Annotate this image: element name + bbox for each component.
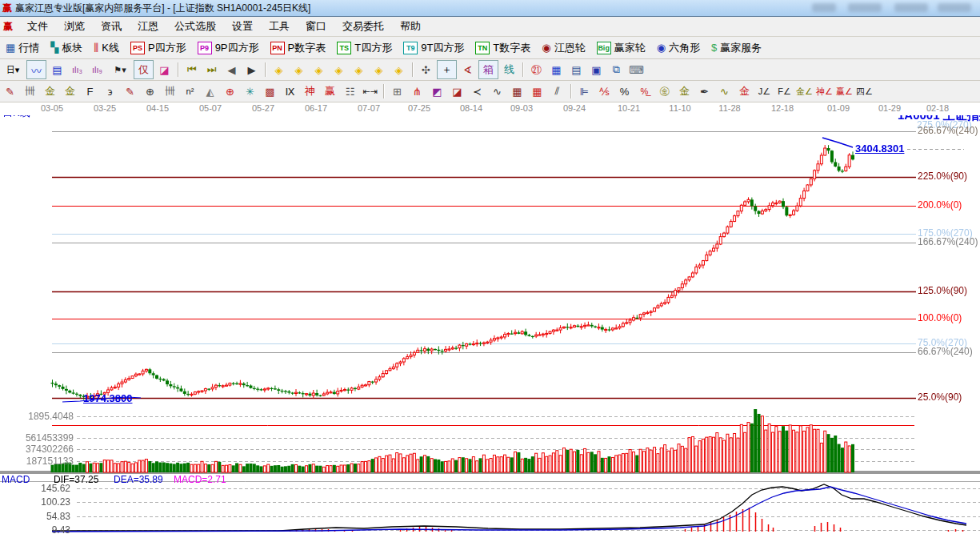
circle-ruler-icon[interactable]: ⊕ bbox=[141, 82, 159, 100]
zigzag-icon[interactable]: ∿ bbox=[488, 82, 506, 100]
menu-item-4[interactable]: 公式选股 bbox=[166, 18, 224, 34]
ruler-icon[interactable]: 卌 bbox=[21, 82, 39, 100]
ruler-123-icon[interactable]: ☷ bbox=[341, 82, 359, 100]
gann-wheel-button[interactable]: ◉江恩轮 bbox=[536, 39, 590, 57]
chart-style-icon[interactable]: ◪ bbox=[155, 61, 174, 78]
percent-line-icon[interactable]: %̲ bbox=[635, 82, 654, 100]
mirror-angle-icon[interactable]: ◭ bbox=[201, 82, 219, 100]
menu-item-2[interactable]: 资讯 bbox=[93, 18, 130, 34]
menu-item-7[interactable]: 窗口 bbox=[298, 18, 334, 34]
gold-circle-icon[interactable]: ㊎ bbox=[655, 82, 674, 100]
gann-diamond-6[interactable]: ◈ bbox=[370, 61, 388, 78]
angle-measure-tool[interactable]: ∢ bbox=[458, 61, 477, 78]
pen2-tool-icon[interactable]: ✎ bbox=[121, 82, 139, 100]
menu-item-3[interactable]: 江恩 bbox=[130, 18, 166, 34]
gold-ruler-icon[interactable]: 金 bbox=[41, 82, 59, 100]
flag-dropdown[interactable]: ⚑▾ bbox=[108, 61, 132, 78]
gold-line-icon[interactable]: 金 bbox=[675, 82, 694, 100]
ruler2-icon[interactable]: 卌 bbox=[161, 82, 179, 100]
star-web-icon[interactable]: ✳ bbox=[241, 82, 259, 100]
grid-red-icon[interactable]: ▦ bbox=[508, 82, 526, 100]
si-angle-icon[interactable]: 四∠ bbox=[855, 82, 874, 100]
t-square-button[interactable]: TST四方形 bbox=[331, 39, 398, 57]
ying-angle-icon[interactable]: 赢∠ bbox=[835, 82, 854, 100]
hand-tool[interactable]: ✣ bbox=[417, 61, 435, 78]
titlebar-blurred-item[interactable] bbox=[812, 3, 836, 12]
k-quote-icon[interactable]: Ⅸ bbox=[281, 82, 299, 100]
f10-info-icon[interactable]: ▤ bbox=[48, 61, 66, 78]
winner-service-button[interactable]: $赢家服务 bbox=[706, 39, 767, 57]
f-ruler-icon[interactable]: F bbox=[81, 82, 99, 100]
winner-wheel-button[interactable]: Big赢家轮 bbox=[591, 39, 651, 57]
box-grid-icon[interactable]: ⊞ bbox=[388, 82, 406, 100]
gann-diamond-1[interactable]: ◈ bbox=[270, 61, 288, 78]
wave-icon[interactable]: ∿ bbox=[715, 82, 734, 100]
shen-angle-icon[interactable]: 神∠ bbox=[815, 82, 834, 100]
quote-button[interactable]: ▦行情 bbox=[0, 39, 45, 57]
fan-box-red-icon[interactable]: ◪ bbox=[448, 82, 466, 100]
menu-item-0[interactable]: 文件 bbox=[19, 18, 56, 34]
nine-p-square-button[interactable]: P99P四方形 bbox=[192, 39, 265, 57]
gann-diamond-7[interactable]: ◈ bbox=[390, 61, 408, 78]
next-page-button[interactable]: ▶ bbox=[242, 61, 261, 78]
parallel-icon[interactable]: ⫽ bbox=[548, 82, 566, 100]
scale-icon[interactable]: ⊫ bbox=[575, 82, 594, 100]
realtime-chart-icon[interactable]: 〰 bbox=[26, 60, 46, 79]
notepad-icon[interactable]: ▤ bbox=[567, 61, 586, 78]
f-angle-icon[interactable]: F∠ bbox=[775, 82, 794, 100]
fan-lines-icon[interactable]: ≺ bbox=[468, 82, 486, 100]
brush-icon[interactable]: ✒ bbox=[695, 82, 714, 100]
gann-diamond-2[interactable]: ◈ bbox=[290, 61, 308, 78]
span-arrow-icon[interactable]: ⇤⇥ bbox=[361, 82, 379, 100]
n-square-icon[interactable]: n² bbox=[181, 82, 199, 100]
gold-angle-icon[interactable]: 金∠ bbox=[795, 82, 814, 100]
menu-item-1[interactable]: 浏览 bbox=[56, 18, 93, 34]
menu-item-6[interactable]: 工具 bbox=[261, 18, 298, 34]
crosshair-tool[interactable]: ＋ bbox=[437, 60, 457, 79]
percent-red-icon[interactable]: ⅍ bbox=[595, 82, 614, 100]
last-page-button[interactable]: ⏭ bbox=[202, 61, 221, 78]
grid-red2-icon[interactable]: ▦ bbox=[528, 82, 546, 100]
pen-tool-icon[interactable]: ✎ bbox=[1, 82, 19, 100]
gann-diamond-3[interactable]: ◈ bbox=[310, 61, 328, 78]
line-tool[interactable]: 线 bbox=[500, 61, 518, 78]
hexagon-button[interactable]: ◉六角形 bbox=[651, 39, 706, 57]
j-angle-icon[interactable]: J∠ bbox=[755, 82, 774, 100]
titlebar-blurred-item[interactable] bbox=[848, 3, 882, 12]
order-icon[interactable]: ⌨ bbox=[627, 61, 646, 78]
first-page-button[interactable]: ⏮ bbox=[182, 61, 201, 78]
titlebar-blurred-item[interactable] bbox=[938, 3, 971, 12]
gold-ruler2-icon[interactable]: 金 bbox=[61, 82, 79, 100]
p-square-button[interactable]: PSP四方形 bbox=[125, 39, 192, 57]
t-number-table-button[interactable]: TNT数字表 bbox=[470, 39, 536, 57]
export-icon[interactable]: ⧉ bbox=[607, 61, 626, 78]
wenshi-icon[interactable]: 仅 bbox=[134, 60, 154, 79]
box-tool[interactable]: 箱 bbox=[478, 60, 498, 79]
spiral-icon[interactable]: ϶ bbox=[101, 82, 119, 100]
ying-tool-icon[interactable]: 赢 bbox=[321, 82, 339, 100]
bars-3-icon[interactable]: ılı₃ bbox=[68, 61, 86, 78]
fan-box-purple-icon[interactable]: ◩ bbox=[428, 82, 446, 100]
menu-item-5[interactable]: 设置 bbox=[224, 18, 261, 34]
gann-diamond-5[interactable]: ◈ bbox=[350, 61, 368, 78]
titlebar-blurred-item[interactable] bbox=[894, 3, 928, 12]
bars-9-icon[interactable]: ılı₉ bbox=[88, 61, 106, 78]
percent-icon[interactable]: % bbox=[615, 82, 634, 100]
gann-diamond-4[interactable]: ◈ bbox=[330, 61, 348, 78]
prev-page-button[interactable]: ◀ bbox=[222, 61, 241, 78]
kline-button[interactable]: ⫼K线 bbox=[88, 39, 125, 57]
calculator-icon[interactable]: ▦ bbox=[547, 61, 566, 78]
title-bar[interactable]: 赢 赢家江恩专业版[赢家内部服务平台] - [上证指数 SH1A0001-245… bbox=[0, 0, 980, 17]
spider-web-icon[interactable]: ▩ bbox=[261, 82, 279, 100]
target-icon[interactable]: ⊕ bbox=[221, 82, 239, 100]
fan-red-icon[interactable]: ⋔ bbox=[408, 82, 426, 100]
shen-tool-icon[interactable]: 神 bbox=[301, 82, 319, 100]
sector-button[interactable]: ▚板块 bbox=[45, 39, 88, 57]
period-daily-dropdown[interactable]: 日▾ bbox=[1, 61, 25, 78]
menu-item-8[interactable]: 交易委托 bbox=[334, 18, 392, 34]
p-number-table-button[interactable]: PNP数字表 bbox=[265, 39, 332, 57]
save-icon[interactable]: ▣ bbox=[587, 61, 606, 78]
gold-underline-icon[interactable]: 金 bbox=[735, 82, 754, 100]
nine-t-square-button[interactable]: T99T四方形 bbox=[398, 39, 470, 57]
calendar-icon[interactable]: ㉑ bbox=[527, 61, 546, 78]
